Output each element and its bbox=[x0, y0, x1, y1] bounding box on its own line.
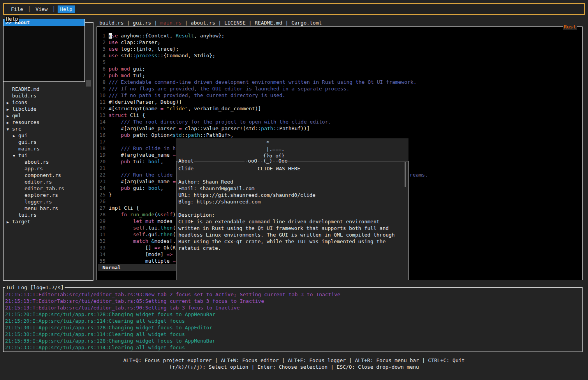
tree-item-gui-rs[interactable]: gui.rs bbox=[4, 139, 92, 145]
code-line-2: 2use clap::Parser; bbox=[97, 39, 581, 46]
editor-tab-build-rs[interactable]: build.rs bbox=[99, 20, 124, 26]
tree-item-resources[interactable]: ▶resources bbox=[4, 119, 92, 125]
tree-item-build-rs[interactable]: build.rs bbox=[4, 92, 92, 99]
line-number: 22 bbox=[97, 171, 106, 178]
code-line-11: 11#[derive(Parser, Debug)] bbox=[97, 99, 581, 105]
line-number: 24 bbox=[97, 185, 106, 191]
tui-log-panel: Tui Log [log=1.7/s] 21:15:13:T:EditorTab… bbox=[3, 287, 583, 352]
menu-item-file[interactable]: File bbox=[9, 5, 25, 13]
tab-separator: | bbox=[151, 20, 160, 26]
line-number: 29 bbox=[97, 218, 106, 224]
code-line-13: 13struct Cli { bbox=[97, 112, 581, 118]
line-number: 30 bbox=[97, 224, 106, 231]
tree-item-target[interactable]: ▶target bbox=[4, 218, 92, 225]
tab-separator: | bbox=[282, 20, 291, 26]
log-entry: 21:15:20:I:App:src/tui/app.rs:114:Cleari… bbox=[5, 318, 581, 324]
editor-tab-readme-md[interactable]: README.md bbox=[255, 20, 282, 26]
code-line-14: 14 /// The root directory for the projec… bbox=[97, 118, 581, 125]
tree-item-src[interactable]: ▼src bbox=[4, 125, 92, 132]
tree-item-label: menu_bar.rs bbox=[25, 205, 58, 211]
tree-item-main-rs[interactable]: main.rs bbox=[4, 145, 92, 152]
line-number: 2 bbox=[97, 39, 106, 46]
log-entry: 21:15:33:I:App:src/tui/app.rs:114:Cleari… bbox=[5, 344, 581, 351]
folder-collapsed-icon: ▶ bbox=[5, 219, 12, 225]
tree-item-label: component.rs bbox=[25, 172, 61, 178]
editor-tab-gui-rs[interactable]: gui.rs bbox=[133, 20, 151, 26]
editor-mode-statusline: Normal bbox=[98, 264, 177, 271]
editor-tab-bar: build.rs | gui.rs | main.rs | about.rs |… bbox=[99, 19, 322, 26]
line-number: 4 bbox=[97, 52, 106, 59]
tree-item-about-rs[interactable]: about.rs bbox=[4, 159, 92, 165]
tree-item-label: libclide bbox=[12, 106, 37, 112]
clide-tui-app: File│View│Help README.mdbuild.rs▶icons▶l… bbox=[0, 0, 588, 380]
line-number: 3 bbox=[97, 46, 106, 52]
editor-tab-license[interactable]: LICENSE bbox=[224, 20, 246, 26]
tree-item-gui[interactable]: ▶gui bbox=[4, 132, 92, 139]
tree-item-readme-md[interactable]: README.md bbox=[4, 86, 92, 92]
tree-item-label: gui.rs bbox=[18, 139, 37, 145]
code-line-16: 16 pub path: Option<std::path::PathBuf>, bbox=[97, 132, 581, 138]
tree-item-label: src bbox=[12, 126, 21, 132]
line-number: 20 bbox=[97, 158, 106, 165]
folder-collapsed-icon: ▶ bbox=[5, 99, 12, 106]
folder-collapsed-icon: ▶ bbox=[5, 113, 12, 119]
line-number: 19 bbox=[97, 152, 106, 158]
line-number: 15 bbox=[97, 125, 106, 132]
line-number: 31 bbox=[97, 231, 106, 238]
line-number: 34 bbox=[97, 251, 106, 258]
tree-item-label: resources bbox=[12, 119, 39, 125]
menu-item-view[interactable]: View bbox=[33, 5, 50, 13]
tree-item-label: tui.rs bbox=[18, 212, 37, 218]
code-line-6: 6pub mod gui; bbox=[97, 65, 581, 72]
tree-item-editor-tab-rs[interactable]: editor_tab.rs bbox=[4, 185, 92, 192]
tree-item-label: editor_tab.rs bbox=[25, 186, 64, 191]
explorer-scrollbar-thumb[interactable] bbox=[86, 80, 91, 87]
file-tree: README.mdbuild.rs▶icons▶libclide▶qml▶res… bbox=[4, 86, 92, 225]
tree-item-icons[interactable]: ▶icons bbox=[4, 99, 92, 106]
code-line-3: 3use log::{info, trace}; bbox=[97, 46, 581, 52]
tree-item-logger-rs[interactable]: logger.rs bbox=[4, 198, 92, 205]
code-line-15: 15 #[arg(value_parser = clap::value_pars… bbox=[97, 125, 581, 132]
line-number: 16 bbox=[97, 132, 106, 138]
ascii-art-figure: * |.===. {}o o{} bbox=[260, 139, 285, 159]
line-number: 11 bbox=[97, 99, 106, 105]
tree-item-label: main.rs bbox=[18, 146, 40, 152]
line-number: 5 bbox=[97, 59, 106, 65]
tree-item-tui[interactable]: ▼tui bbox=[4, 152, 92, 159]
line-number: 7 bbox=[97, 72, 106, 79]
tree-item-menu-bar-rs[interactable]: menu_bar.rs bbox=[4, 205, 92, 212]
tree-item-tui-rs[interactable]: tui.rs bbox=[4, 212, 92, 218]
line-number: 12 bbox=[97, 105, 106, 112]
tree-item-label: gui bbox=[18, 133, 27, 138]
language-badge: Rust bbox=[563, 23, 577, 30]
folder-collapsed-icon: ▶ bbox=[5, 106, 12, 112]
log-entry: 21:15:30:I:App:src/tui/app.rs:128:Changi… bbox=[5, 324, 581, 331]
code-line-9: 9/// If no flags are provided, the GUI e… bbox=[97, 85, 581, 92]
editor-tab-about-rs[interactable]: about.rs bbox=[191, 20, 215, 26]
tree-item-explorer-rs[interactable]: explorer.rs bbox=[4, 192, 92, 198]
log-entry: 21:15:20:I:App:src/tui/app.rs:128:Changi… bbox=[5, 311, 581, 318]
about-scrollbar-thumb[interactable] bbox=[405, 162, 406, 187]
tree-item-component-rs[interactable]: component.rs bbox=[4, 172, 92, 179]
line-number: 14 bbox=[97, 118, 106, 125]
folder-collapsed-icon: ▶ bbox=[5, 119, 12, 125]
about-dialog-title: About bbox=[178, 157, 194, 164]
menu-item-help[interactable]: Help bbox=[58, 5, 74, 13]
line-number: 18 bbox=[97, 145, 106, 152]
tree-item-qml[interactable]: ▶qml bbox=[4, 112, 92, 119]
tree-item-libclide[interactable]: ▶libclide bbox=[4, 106, 92, 112]
line-number: 21 bbox=[97, 165, 106, 171]
tree-item-app-rs[interactable]: app.rs bbox=[4, 165, 92, 172]
log-entry: 21:15:33:I:App:src/tui/app.rs:128:Changi… bbox=[5, 338, 581, 344]
line-number: 32 bbox=[97, 238, 106, 244]
code-line-5: 5 bbox=[97, 59, 581, 65]
line-number: 25 bbox=[97, 191, 106, 198]
about-dialog-content: Clide CLIDE WAS HERE Author: Shaun ReedE… bbox=[178, 165, 395, 251]
editor-tab-cargo-toml[interactable]: Cargo.toml bbox=[291, 20, 322, 26]
editor-tab-main-rs[interactable]: main.rs bbox=[160, 20, 182, 26]
line-number: 1 bbox=[97, 32, 106, 39]
tab-separator: | bbox=[181, 20, 190, 26]
tree-item-editor-rs[interactable]: editor.rs bbox=[4, 179, 92, 185]
folder-collapsed-icon: ▶ bbox=[11, 133, 18, 139]
line-number: 6 bbox=[97, 65, 106, 72]
